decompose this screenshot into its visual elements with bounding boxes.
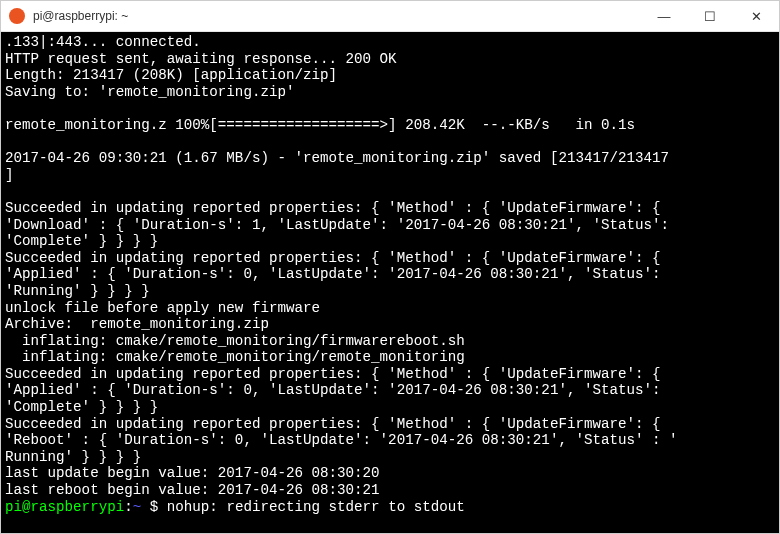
- terminal-output[interactable]: .133|:443... connected. HTTP request sen…: [1, 32, 779, 533]
- prompt-dollar: $: [150, 499, 167, 515]
- prompt-path: ~: [133, 499, 150, 515]
- prompt-sep: :: [124, 499, 133, 515]
- close-button[interactable]: ✕: [733, 1, 779, 31]
- titlebar[interactable]: pi@raspberrypi: ~ — ☐ ✕: [1, 1, 779, 32]
- window-title: pi@raspberrypi: ~: [33, 9, 641, 23]
- maximize-button[interactable]: ☐: [687, 1, 733, 31]
- prompt-tail-text: nohup: redirecting stderr to stdout: [167, 499, 465, 515]
- minimize-button[interactable]: —: [641, 1, 687, 31]
- ubuntu-icon: [9, 8, 25, 24]
- window-controls: — ☐ ✕: [641, 1, 779, 31]
- prompt-user-host: pi@raspberrypi: [5, 499, 124, 515]
- terminal-window: pi@raspberrypi: ~ — ☐ ✕ .133|:443... con…: [0, 0, 780, 534]
